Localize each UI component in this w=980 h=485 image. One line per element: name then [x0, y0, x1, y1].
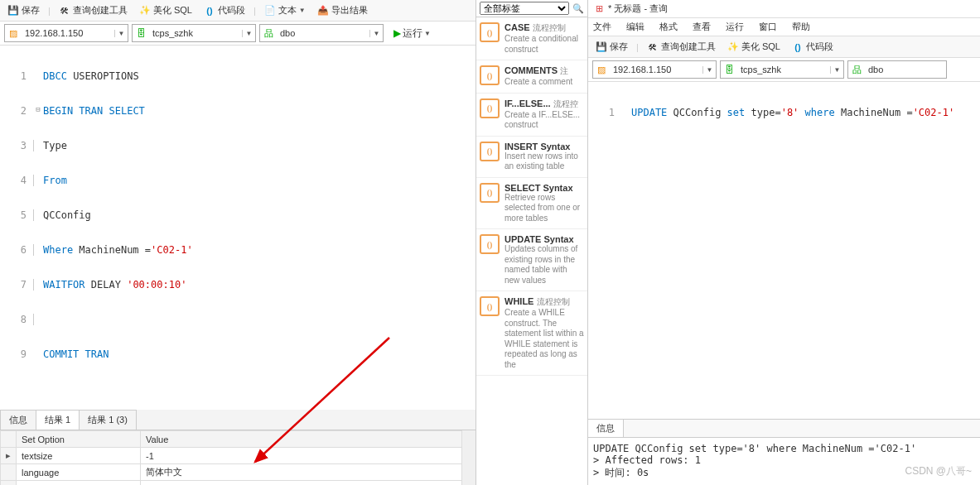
magic-icon: ✨ [139, 5, 151, 17]
server-icon: ▨ [593, 65, 610, 75]
tab-info[interactable]: 信息 [0, 410, 36, 430]
save-button[interactable]: 💾保存 [4, 2, 43, 18]
query-builder-button[interactable]: 🛠查询创建工具 [56, 2, 131, 18]
watermark: CSDN @八哥~ [905, 464, 972, 478]
chevron-down-icon: ▼ [702, 66, 716, 74]
run-button[interactable]: ▶运行▼ [390, 25, 434, 42]
scrollbar[interactable] [462, 430, 476, 485]
brackets-icon: () [792, 41, 804, 53]
right-editor[interactable]: 1UPDATE QCConfig set type='8' where Mach… [588, 82, 980, 419]
snippet-title: INSERT Syntax [504, 142, 584, 151]
menu-window[interactable]: 窗口 [759, 21, 777, 33]
tab-message[interactable]: 信息 [588, 420, 624, 437]
schema-text: dbo [277, 28, 298, 38]
schema-icon: 品 [848, 64, 865, 76]
snippet-desc: Insert new rows into an existing table [504, 151, 584, 172]
save-icon: 💾 [7, 5, 19, 17]
col-value[interactable]: Value [141, 431, 462, 448]
tab-result-1[interactable]: 结果 1 [36, 410, 80, 430]
snippet-label: 代码段 [218, 4, 245, 17]
left-toolbar: 💾保存 | 🛠查询创建工具 ✨美化 SQL ()代码段 | 📄文本 ▼ 📤导出结… [0, 0, 476, 22]
right-toolbar: 💾保存 | 🛠查询创建工具 ✨美化 SQL ()代码段 [588, 36, 980, 58]
server-icon: ▨ [5, 28, 22, 39]
snippet-item[interactable]: ()SELECT Syntax Retrieve rows selected f… [476, 178, 587, 230]
export-icon: 📤 [317, 5, 329, 17]
snippet-button[interactable]: ()代码段 [789, 39, 837, 55]
export-button[interactable]: 📤导出结果 [314, 2, 371, 18]
menu-run[interactable]: 运行 [726, 21, 744, 33]
cell-key: textsize [17, 448, 141, 464]
menu-format[interactable]: 格式 [659, 21, 678, 33]
table-row[interactable]: ▸textsize-1 [1, 448, 462, 464]
snippet-item[interactable]: ()COMMENTS 注Create a comment [476, 60, 587, 94]
host-select[interactable]: ▨192.168.1.150▼ [4, 24, 128, 42]
text-button[interactable]: 📄文本 ▼ [261, 2, 309, 18]
window-title: * 无标题 - 查询 [608, 2, 668, 15]
search-icon[interactable]: 🔍 [572, 2, 584, 14]
run-label: 运行 [403, 26, 422, 41]
host-text: 192.168.1.150 [22, 28, 86, 38]
query-builder-label: 查询创建工具 [73, 4, 128, 17]
snippet-icon: () [480, 296, 500, 316]
snippet-desc: Create a WHILE construct. The statement … [504, 308, 584, 370]
left-connection-row: ▨192.168.1.150▼ 🗄tcps_szhk▼ 品dbo▼ ▶运行▼ [0, 22, 476, 46]
save-icon: 💾 [596, 41, 607, 53]
database-icon: 🗄 [133, 28, 149, 38]
beautify-button[interactable]: ✨美化 SQL [724, 39, 784, 55]
play-icon: ▶ [393, 27, 401, 39]
query-builder-icon: 🛠 [647, 41, 659, 53]
snippet-desc: Updates columns of existing rows in the … [504, 244, 584, 286]
snippet-desc: Retrieve rows selected from one or more … [504, 193, 584, 224]
message-tabs: 信息 [588, 419, 980, 438]
db-select[interactable]: 🗄tcps_szhk▼ [132, 24, 256, 42]
snippet-button[interactable]: ()代码段 [200, 2, 249, 18]
schema-select[interactable]: 品dbo▼ [259, 24, 384, 42]
chevron-down-icon: ▼ [114, 30, 128, 37]
text-label: 文本 [278, 4, 297, 17]
menu-edit[interactable]: 编辑 [626, 21, 644, 33]
result-tabs: 信息 结果 1 结果 1 (3) [0, 410, 476, 430]
beautify-label: 美化 SQL [153, 4, 192, 17]
title-bar: ⊞ * 无标题 - 查询 [588, 0, 980, 18]
snippet-item[interactable]: ()UPDATE Syntax Updates columns of exist… [476, 229, 587, 291]
menu-help[interactable]: 帮助 [792, 21, 810, 33]
table-header-row: Set Option Value [1, 431, 462, 448]
snippet-item[interactable]: ()IF...ELSE... 流程控Create a IF...ELSE... … [476, 94, 587, 137]
cell-value: 简体中文 [141, 464, 462, 481]
snippet-icon: () [480, 234, 500, 254]
save-button[interactable]: 💾保存 [592, 39, 631, 55]
snippet-title: SELECT Syntax [504, 183, 584, 193]
db-text: tcps_szhk [149, 28, 196, 38]
result-table: Set Option Value ▸textsize-1language简体中文… [0, 430, 462, 485]
snippet-icon: () [480, 22, 500, 42]
schema-select[interactable]: 品dbo [847, 60, 947, 79]
snippet-desc: Create a IF...ELSE... construct [504, 110, 584, 131]
host-select[interactable]: ▨192.168.1.150▼ [592, 60, 717, 79]
snippet-icon: () [480, 183, 500, 203]
query-icon: ⊞ [593, 3, 605, 15]
tab-result-1-3[interactable]: 结果 1 (3) [79, 410, 137, 430]
table-row[interactable]: language简体中文 [1, 464, 462, 481]
col-set-option[interactable]: Set Option [17, 431, 141, 448]
snippet-desc: Create a conditional construct [504, 34, 584, 55]
left-editor[interactable]: 1DBCC USEROPTIONS 2⊟BEGIN TRAN SELECT 3T… [0, 46, 476, 385]
snippet-item[interactable]: ()CASE 流程控制Create a conditional construc… [476, 17, 587, 60]
magic-icon: ✨ [727, 41, 739, 53]
query-builder-button[interactable]: 🛠查询创建工具 [644, 39, 719, 55]
menu-file[interactable]: 文件 [593, 21, 611, 33]
snippet-desc: Create a comment [504, 77, 572, 88]
right-connection-row: ▨192.168.1.150▼ 🗄tcps_szhk▼ 品dbo [588, 58, 980, 82]
beautify-button[interactable]: ✨美化 SQL [136, 2, 196, 18]
cell-key: language [17, 464, 141, 481]
tag-select[interactable]: 全部标签 [480, 2, 569, 15]
right-pane: ⊞ * 无标题 - 查询 文件 编辑 格式 查看 运行 窗口 帮助 💾保存 | … [588, 0, 980, 485]
chevron-down-icon: ▼ [369, 30, 383, 37]
brackets-icon: () [204, 5, 215, 17]
table-row[interactable]: dateformatymd [1, 481, 462, 486]
snippet-item[interactable]: ()INSERT Syntax Insert new rows into an … [476, 137, 587, 178]
db-select[interactable]: 🗄tcps_szhk▼ [720, 60, 844, 79]
snippet-item[interactable]: ()WHILE 流程控制Create a WHILE construct. Th… [476, 291, 587, 376]
left-pane: 💾保存 | 🛠查询创建工具 ✨美化 SQL ()代码段 | 📄文本 ▼ 📤导出结… [0, 0, 476, 485]
menu-view[interactable]: 查看 [693, 21, 711, 33]
cell-value: -1 [141, 448, 462, 464]
